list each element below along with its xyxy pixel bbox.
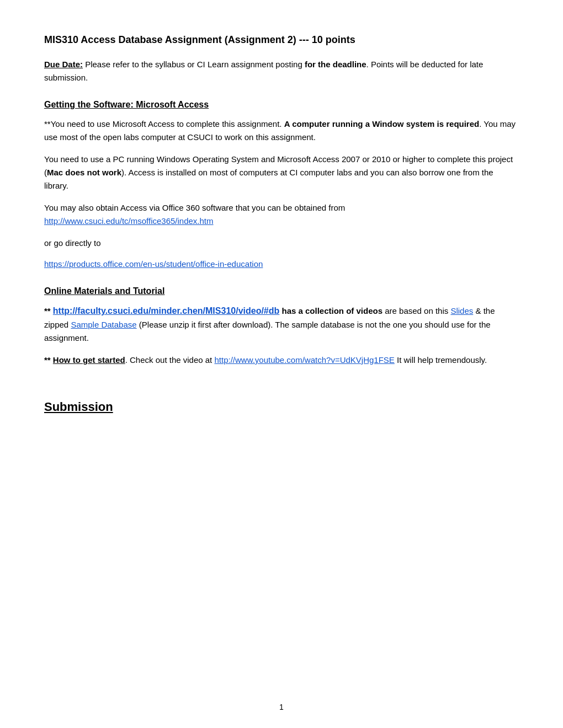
howto-paragraph: ** How to get started. Check out the vid… — [44, 354, 519, 367]
paragraph1: **You need to use Microsoft Access to co… — [44, 117, 519, 144]
paragraph2: You need to use a PC running Windows Ope… — [44, 153, 519, 192]
main-title: MIS310 Access Database Assignment (Assig… — [44, 33, 519, 47]
page-number: 1 — [279, 703, 284, 711]
due-date-section: Due Date: Please refer to the syllabus o… — [44, 58, 519, 84]
howto-mid: . Check out the video at — [125, 355, 215, 365]
para1-bold: A computer running a Window system is re… — [284, 119, 480, 129]
due-date-label: Due Date: — [44, 60, 83, 69]
section1-heading: Getting the Software: Microsoft Access — [44, 100, 519, 110]
para3-prefix: You may also obtain Access via Office 36… — [44, 203, 345, 212]
submission-heading: Submission — [44, 400, 519, 414]
para2-bold: Mac does not work — [47, 168, 121, 177]
video-link[interactable]: http://faculty.csuci.edu/minder.chen/MIS… — [53, 306, 279, 315]
link1[interactable]: http://www.csuci.edu/tc/msoffice365/inde… — [44, 216, 214, 226]
page-container: MIS310 Access Database Assignment (Assig… — [0, 0, 563, 728]
video-paragraph: ** http://faculty.csuci.edu/minder.chen/… — [44, 304, 519, 345]
howto-link[interactable]: http://www.youtube.com/watch?v=UdKVjHg1F… — [214, 355, 394, 365]
paragraph-link2: https://products.office.com/en-us/studen… — [44, 258, 519, 271]
howto-bold-underline: How to get started — [53, 355, 125, 365]
due-date-bold: for the deadline — [305, 60, 367, 69]
sample-db-link[interactable]: Sample Database — [71, 320, 136, 329]
or-go-directly-text: or go directly to — [44, 237, 519, 250]
howto-prefix: ** — [44, 355, 53, 365]
video-intro-prefix: ** — [44, 306, 53, 315]
section2-heading: Online Materials and Tutorial — [44, 286, 519, 296]
video-intro-bold-after: has a collection of videos — [279, 306, 383, 315]
link2[interactable]: https://products.office.com/en-us/studen… — [44, 258, 519, 271]
video-text-prefix: are based on this — [383, 306, 450, 315]
paragraph3: You may also obtain Access via Office 36… — [44, 201, 519, 228]
slides-link[interactable]: Slides — [450, 306, 473, 315]
howto-suffix: It will help tremendously. — [395, 355, 487, 365]
para1-text: **You need to use Microsoft Access to co… — [44, 119, 284, 129]
due-date-text: Please refer to the syllabus or CI Learn… — [83, 60, 305, 69]
